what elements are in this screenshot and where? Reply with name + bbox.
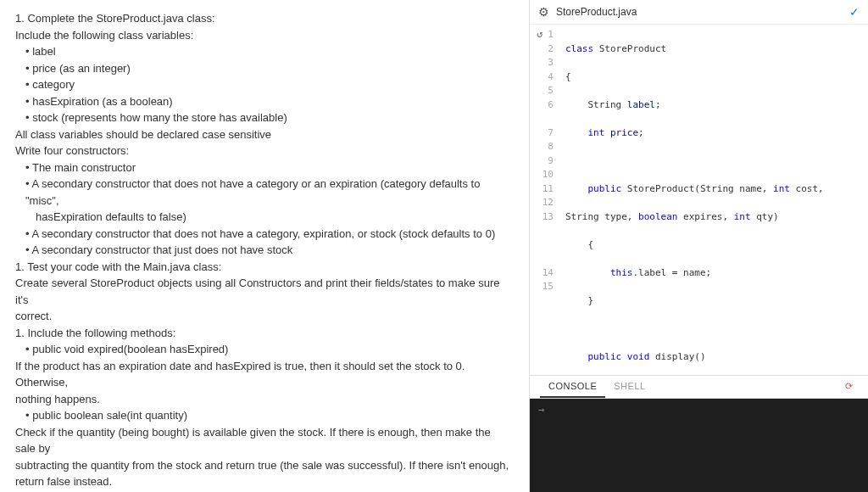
terminal[interactable]: →: [530, 399, 868, 492]
refresh-icon[interactable]: ⟳: [840, 376, 859, 398]
ctor-item: The main constructor: [15, 159, 514, 176]
tab-shell[interactable]: SHELL: [605, 376, 654, 398]
var-item: hasExpiration (as a boolean): [15, 93, 514, 110]
console-tabs: CONSOLE SHELL ⟳: [530, 375, 868, 399]
method-desc: Check if the quantity (being bought) is …: [15, 424, 514, 457]
method-desc: If the product has an expiration date an…: [15, 358, 514, 391]
ctor-item: A secondary constructor that does not ha…: [15, 176, 514, 209]
heading-complete: 1. Complete the StoreProduct.java class:: [15, 10, 514, 27]
var-item: label: [15, 43, 514, 60]
ide-panel: ⚙ StoreProduct.java ✓ ↺ 1234567891011121…: [529, 0, 868, 492]
code-editor[interactable]: ↺ 123456789101112131415 class StoreProdu…: [530, 25, 868, 375]
file-tab-bar: ⚙ StoreProduct.java ✓: [530, 0, 868, 25]
tab-console[interactable]: CONSOLE: [540, 376, 605, 398]
heading-include: Include the following class variables:: [15, 27, 514, 44]
ctor-sub: hasExpiration defaults to false): [15, 209, 514, 226]
heading-methods: 1. Include the following methods:: [15, 325, 514, 342]
method-desc: subtracting the quantity from the stock …: [15, 457, 514, 474]
heading-constructors: Write four constructors:: [15, 143, 514, 159]
instructions-panel: 1. Complete the StoreProduct.java class:…: [0, 0, 529, 492]
var-item: category: [15, 76, 514, 93]
method-sig: public boolean sale(int quantity): [15, 407, 514, 424]
test-desc: Create several StoreProduct objects usin…: [15, 275, 514, 308]
method-sig: public void expired(boolean hasExpired): [15, 341, 514, 358]
note-sensitive: All class variables should be declared c…: [15, 126, 514, 143]
history-icon[interactable]: ↺: [537, 28, 542, 40]
ctor-item: A secondary constructor that does not ha…: [15, 226, 514, 243]
test-desc2: correct.: [15, 308, 514, 325]
ctor-item: A secondary constructor that just does n…: [15, 242, 514, 259]
terminal-prompt: →: [538, 404, 544, 416]
code-area[interactable]: class StoreProduct { String label; int p…: [560, 25, 868, 375]
method-desc: return false instead.: [15, 473, 514, 490]
method-desc: nothing happens.: [15, 391, 514, 408]
var-item: price (as an integer): [15, 60, 514, 77]
var-item: stock (represents how many the store has…: [15, 109, 514, 126]
check-icon[interactable]: ✓: [849, 5, 860, 19]
gear-icon[interactable]: ⚙: [538, 5, 549, 19]
file-name[interactable]: StoreProduct.java: [556, 6, 637, 18]
line-gutter: 123456789101112131415: [530, 25, 560, 375]
heading-test: 1. Test your code with the Main.java cla…: [15, 259, 514, 276]
